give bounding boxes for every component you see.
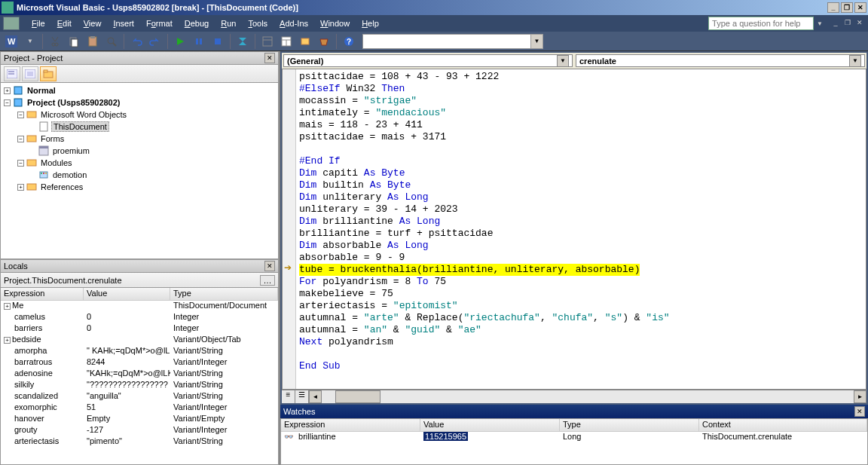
- cut-icon[interactable]: [47, 33, 63, 50]
- tree-node-normal[interactable]: + Normal: [2, 84, 277, 96]
- view-object-icon[interactable]: [22, 66, 38, 81]
- horizontal-scrollbar[interactable]: [322, 390, 854, 403]
- menu-window[interactable]: Window: [314, 17, 356, 29]
- toolbox-icon[interactable]: [316, 33, 332, 50]
- mdi-close[interactable]: ✕: [854, 19, 865, 28]
- tree-collapse-icon[interactable]: +: [17, 184, 24, 191]
- menu-file[interactable]: File: [26, 17, 51, 29]
- system-menu-icon[interactable]: [3, 17, 20, 30]
- locals-header-type[interactable]: Type: [170, 288, 278, 300]
- locals-row[interactable]: silkily"?????????????????Variant/String: [1, 380, 278, 391]
- copy-icon[interactable]: [66, 33, 82, 50]
- run-icon[interactable]: [172, 33, 188, 50]
- menu-tools[interactable]: Tools: [242, 17, 274, 29]
- scroll-right-arrow[interactable]: ►: [854, 390, 866, 403]
- procedure-view-button[interactable]: ≡: [282, 390, 295, 403]
- menu-format[interactable]: Format: [140, 17, 179, 29]
- mdi-restore[interactable]: ❐: [842, 19, 853, 28]
- toolbar-dropdown[interactable]: ▼: [22, 33, 38, 50]
- locals-row[interactable]: grouty-127Variant/Integer: [1, 425, 278, 436]
- tree-collapse-icon[interactable]: −: [4, 99, 11, 106]
- chevron-down-icon[interactable]: ▼: [557, 55, 569, 67]
- menu-edit[interactable]: Edit: [51, 17, 78, 29]
- watch-row[interactable]: 👓 brilliantine 115215965 Long ThisDocume…: [281, 432, 867, 444]
- toolbar-position-combo[interactable]: ▼: [362, 34, 543, 49]
- menu-view[interactable]: View: [78, 17, 108, 29]
- tree-collapse-icon[interactable]: +: [4, 87, 11, 94]
- project-close-button[interactable]: ✕: [264, 53, 275, 63]
- tree-collapse-icon[interactable]: −: [17, 112, 24, 118]
- locals-header-value[interactable]: Value: [84, 288, 170, 300]
- watches-header-value[interactable]: Value: [420, 419, 560, 431]
- tree-node-modules[interactable]: − Modules: [2, 157, 277, 169]
- locals-callstack-button[interactable]: …: [260, 275, 275, 286]
- locals-row[interactable]: +MeThisDocument/Document: [1, 301, 278, 312]
- locals-row[interactable]: barriers0Integer: [1, 323, 278, 335]
- locals-row[interactable]: hanoverEmptyVariant/Empty: [1, 414, 278, 425]
- help-dropdown-arrow[interactable]: ▼: [817, 20, 823, 27]
- locals-header-expression[interactable]: Expression: [1, 288, 84, 300]
- watches-header-expression[interactable]: Expression: [281, 419, 420, 431]
- project-explorer-icon[interactable]: [259, 33, 276, 50]
- locals-row[interactable]: scandalized"anguilla"Variant/String: [1, 391, 278, 402]
- locals-toggle[interactable]: +: [4, 337, 11, 344]
- toggle-folders-icon[interactable]: [40, 66, 57, 81]
- word-icon[interactable]: W: [3, 33, 20, 50]
- menu-help[interactable]: Help: [356, 17, 385, 29]
- minimize-button[interactable]: _: [827, 2, 839, 13]
- code-margin[interactable]: ➔: [283, 69, 296, 389]
- properties-icon[interactable]: [278, 33, 295, 50]
- tree-node-forms[interactable]: − Forms: [2, 133, 277, 145]
- menu-insert[interactable]: Insert: [107, 17, 140, 29]
- design-mode-icon[interactable]: [234, 33, 251, 50]
- tree-node-references[interactable]: + References: [2, 181, 277, 193]
- object-dropdown[interactable]: (General) ▼: [283, 54, 573, 67]
- redo-icon[interactable]: [147, 33, 164, 50]
- locals-row[interactable]: camelus0Integer: [1, 312, 278, 323]
- tree-node-proemium[interactable]: proemium: [2, 145, 277, 157]
- mdi-minimize[interactable]: _: [830, 19, 841, 28]
- scroll-thumb[interactable]: [335, 390, 381, 403]
- watches-grid[interactable]: Expression Value Type Context 👓 brillian…: [280, 418, 868, 465]
- tree-node-demotion[interactable]: demotion: [2, 169, 277, 181]
- tree-collapse-icon[interactable]: −: [17, 136, 24, 142]
- watches-header-context[interactable]: Context: [699, 419, 867, 431]
- tree-node-project[interactable]: − Project (Usps85902802): [2, 96, 277, 109]
- menu-run[interactable]: Run: [215, 17, 242, 29]
- help-icon[interactable]: ?: [341, 33, 357, 50]
- watches-close-button[interactable]: ✕: [854, 406, 865, 417]
- break-icon[interactable]: [191, 33, 207, 50]
- restore-button[interactable]: ❐: [841, 2, 853, 13]
- locals-row[interactable]: adenosine"KAHk;=qDqM*>o@lLK.Variant/Stri…: [1, 369, 278, 380]
- locals-row[interactable]: exomorphic51Variant/Integer: [1, 402, 278, 414]
- locals-row[interactable]: +bedsideVariant/Object/Tab: [1, 335, 278, 346]
- locals-row[interactable]: amorpha" KAHk;=qDqM*>o@lLVariant/String: [1, 346, 278, 357]
- locals-toggle[interactable]: +: [4, 303, 11, 310]
- tree-node-thisdocument[interactable]: ThisDocument: [2, 121, 277, 133]
- tree-node-mwo[interactable]: − Microsoft Word Objects: [2, 109, 277, 121]
- chevron-down-icon[interactable]: ▼: [849, 55, 861, 67]
- watches-header-type[interactable]: Type: [560, 419, 699, 431]
- locals-grid[interactable]: Expression Value Type +MeThisDocument/Do…: [0, 288, 279, 465]
- object-browser-icon[interactable]: [297, 33, 313, 50]
- paste-icon[interactable]: [84, 33, 101, 50]
- reset-icon[interactable]: [209, 33, 226, 50]
- procedure-dropdown[interactable]: crenulate ▼: [576, 54, 865, 67]
- watch-value[interactable]: 115215965: [423, 432, 468, 441]
- code-editor[interactable]: ➔ psittacidae = 108 + 43 - 93 + 1222 #El…: [282, 69, 866, 390]
- scroll-left-arrow[interactable]: ◄: [309, 390, 322, 403]
- tree-collapse-icon[interactable]: −: [17, 160, 24, 167]
- view-code-icon[interactable]: [4, 66, 20, 81]
- chevron-down-icon[interactable]: ▼: [530, 35, 542, 48]
- full-module-view-button[interactable]: ☰: [295, 390, 309, 403]
- menu-debug[interactable]: Debug: [179, 17, 215, 29]
- code-text-area[interactable]: psittacidae = 108 + 43 - 93 + 1222 #Else…: [296, 69, 866, 389]
- project-tree[interactable]: + Normal − Project (Usps85902802) − Micr…: [0, 83, 279, 259]
- menu-addins[interactable]: Add-Ins: [274, 17, 314, 29]
- undo-icon[interactable]: [128, 33, 145, 50]
- close-button[interactable]: ✕: [854, 2, 866, 13]
- locals-close-button[interactable]: ✕: [264, 261, 275, 271]
- find-icon[interactable]: [103, 33, 120, 50]
- locals-row[interactable]: barratrous8244Variant/Integer: [1, 357, 278, 369]
- help-search-input[interactable]: [708, 17, 814, 30]
